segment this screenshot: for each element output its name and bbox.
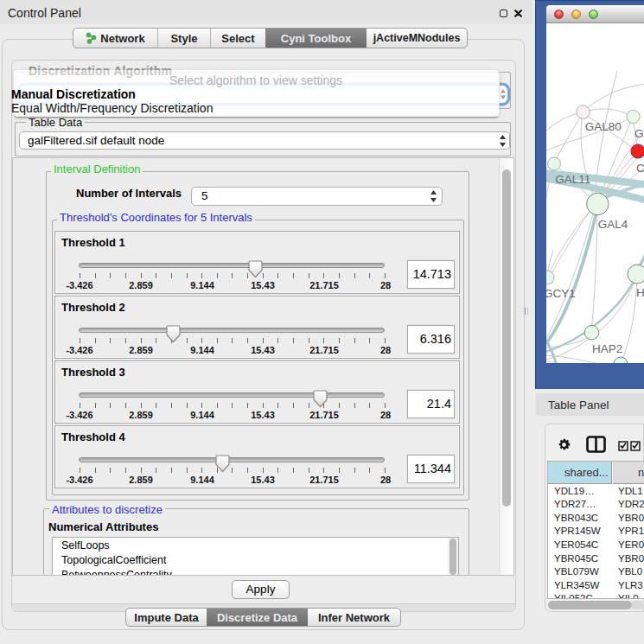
svg-text:GA: GA (634, 127, 644, 140)
svg-text:GAL4: GAL4 (598, 218, 628, 231)
svg-text:C: C (636, 162, 644, 175)
svg-text:GAL80: GAL80 (585, 120, 622, 133)
svg-text:HAP2: HAP2 (592, 342, 622, 355)
svg-text:GAL11: GAL11 (555, 173, 590, 186)
svg-text:H: H (636, 286, 644, 299)
svg-text:GCY1: GCY1 (546, 287, 576, 300)
